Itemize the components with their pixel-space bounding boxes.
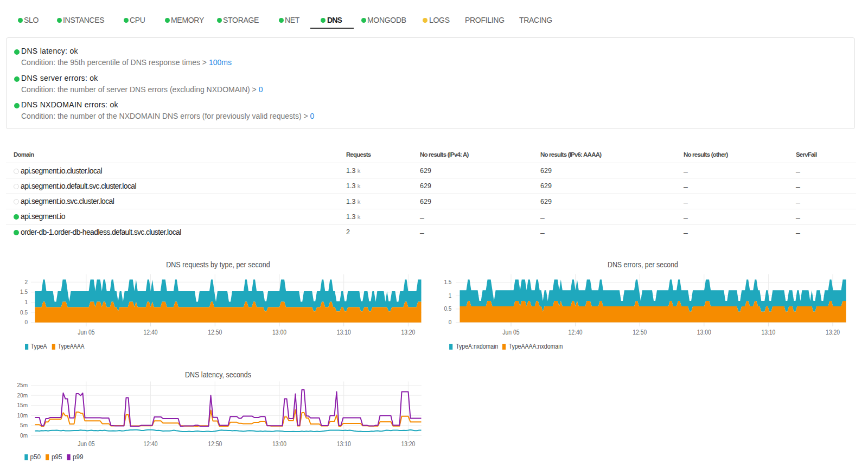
svg-text:0: 0 [449, 319, 452, 325]
svg-text:p95: p95 [52, 453, 62, 461]
svg-text:p99: p99 [73, 453, 84, 461]
svg-text:13:00: 13:00 [697, 328, 711, 336]
svg-text:13:00: 13:00 [272, 440, 286, 448]
svg-text:13:20: 13:20 [401, 440, 415, 448]
svg-text:Jun 05: Jun 05 [502, 328, 520, 336]
svg-text:5m: 5m [20, 422, 28, 428]
svg-text:12:40: 12:40 [144, 328, 158, 336]
svg-text:12:40: 12:40 [569, 328, 583, 336]
svg-text:12:50: 12:50 [208, 440, 222, 448]
svg-text:1.5: 1.5 [20, 289, 28, 295]
svg-text:0.5: 0.5 [20, 310, 28, 316]
svg-text:1: 1 [449, 293, 452, 299]
svg-text:Jun 05: Jun 05 [78, 328, 95, 336]
svg-text:15m: 15m [17, 402, 28, 408]
svg-text:12:40: 12:40 [144, 440, 158, 448]
svg-text:20m: 20m [17, 393, 28, 399]
svg-text:2: 2 [24, 279, 28, 285]
svg-text:13:20: 13:20 [826, 328, 840, 336]
svg-text:13:00: 13:00 [272, 328, 286, 336]
svg-text:DNS errors, per second: DNS errors, per second [608, 260, 678, 269]
svg-text:TypeAAAA:nxdomain: TypeAAAA:nxdomain [509, 343, 563, 350]
svg-text:Jun 05: Jun 05 [78, 440, 95, 448]
svg-text:13:10: 13:10 [761, 328, 775, 336]
svg-text:12:50: 12:50 [208, 328, 222, 336]
svg-text:10m: 10m [17, 413, 28, 419]
svg-text:0.5: 0.5 [444, 306, 451, 312]
svg-text:TypeA:nxdomain: TypeA:nxdomain [456, 343, 498, 350]
svg-text:13:10: 13:10 [337, 328, 351, 336]
svg-text:0: 0 [24, 319, 28, 325]
svg-text:TypeAAAA: TypeAAAA [58, 343, 85, 350]
svg-text:13:20: 13:20 [401, 328, 415, 336]
svg-text:1: 1 [24, 299, 28, 305]
svg-text:1.5: 1.5 [444, 279, 451, 285]
svg-text:DNS requests by type, per seco: DNS requests by type, per second [166, 260, 270, 269]
svg-text:13:10: 13:10 [337, 440, 351, 448]
svg-text:12:50: 12:50 [633, 328, 647, 336]
svg-text:DNS latency, seconds: DNS latency, seconds [185, 370, 251, 379]
svg-text:0m: 0m [20, 433, 28, 439]
svg-text:p50: p50 [30, 453, 41, 461]
svg-text:25m: 25m [17, 382, 28, 388]
svg-text:TypeA: TypeA [31, 343, 47, 350]
